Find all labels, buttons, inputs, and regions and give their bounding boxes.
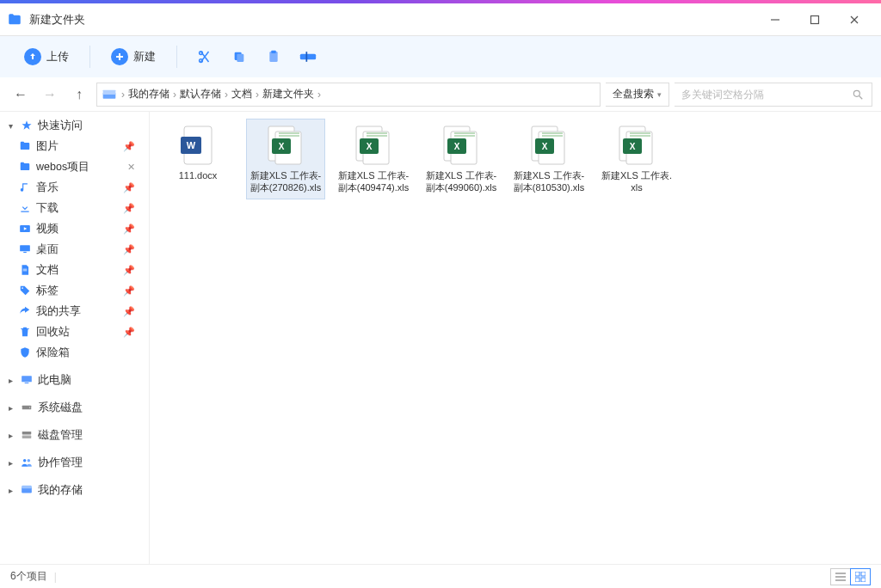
- document-icon: [17, 264, 33, 276]
- file-item[interactable]: W 111.docx: [158, 119, 237, 199]
- sidebar-group[interactable]: ▸ 系统磁盘: [0, 397, 149, 418]
- sidebar-item[interactable]: 下载 📌: [0, 198, 149, 218]
- svg-rect-20: [22, 376, 32, 382]
- file-name-label: 新建XLS 工作表-副本(409474).xls: [336, 169, 410, 193]
- chevron-right-icon: ›: [317, 89, 321, 101]
- sidebar-item-label: 系统磁盘: [38, 401, 149, 415]
- xls-icon: X: [265, 125, 306, 166]
- sidebar-item-label: 图片: [36, 139, 120, 154]
- chevron-right-icon: ▸: [5, 458, 15, 468]
- close-button[interactable]: [835, 7, 874, 33]
- svg-point-4: [200, 52, 203, 55]
- plus-icon: [111, 48, 128, 65]
- copy-icon: [232, 50, 246, 64]
- sidebar-item-label: 标签: [36, 284, 120, 298]
- file-item[interactable]: X 新建XLS 工作表-副本(499060).xls: [422, 119, 501, 199]
- svg-text:X: X: [367, 142, 373, 151]
- sidebar-item[interactable]: 音乐 📌: [0, 177, 149, 198]
- file-item[interactable]: X 新建XLS 工作表.xls: [597, 119, 676, 199]
- file-name-label: 新建XLS 工作表-副本(810530).xls: [512, 169, 586, 193]
- docx-icon: W: [177, 125, 219, 166]
- sidebar-item[interactable]: 文档 📌: [0, 260, 149, 280]
- new-label: 新建: [133, 49, 156, 64]
- sidebar-item[interactable]: 视频 📌: [0, 218, 149, 239]
- download-icon: [17, 202, 33, 214]
- sidebar-item[interactable]: 图片 📌: [0, 136, 149, 156]
- crumb-item[interactable]: 我的存储: [128, 87, 169, 101]
- navbar: ← → ↑ › 我的存储 › 默认存储 › 文档 › 新建文件夹 › 全盘搜索 …: [0, 77, 881, 112]
- tag-icon: [17, 285, 33, 297]
- svg-rect-29: [22, 486, 32, 489]
- star-icon: [19, 119, 34, 132]
- copy-button[interactable]: [224, 43, 255, 70]
- item-count-label: 6个项目: [10, 569, 47, 584]
- sidebar-quick-access[interactable]: ▾ 快速访问: [0, 115, 149, 136]
- svg-point-27: [28, 459, 30, 462]
- window-title: 新建文件夹: [29, 12, 85, 28]
- sidebar-item[interactable]: 桌面 📌: [0, 239, 149, 260]
- svg-rect-10: [300, 54, 316, 60]
- file-grid[interactable]: W 111.docxX 新建XLS 工作表-副本(270826).xlsX 新建…: [150, 112, 881, 564]
- svg-rect-68: [855, 578, 859, 582]
- svg-line-15: [859, 95, 863, 99]
- sidebar-group[interactable]: ▸ 此电脑: [0, 370, 149, 390]
- pin-icon: 📌: [123, 182, 135, 193]
- grid-view-button[interactable]: [850, 568, 871, 585]
- shield-icon: [17, 346, 33, 358]
- maximize-button[interactable]: [795, 7, 835, 33]
- sidebar-item-label: 我的存储: [38, 483, 149, 498]
- upload-icon: [24, 48, 41, 65]
- scissors-icon: [197, 49, 213, 64]
- search-button[interactable]: [844, 83, 872, 107]
- upload-label: 上传: [46, 49, 69, 64]
- chevron-right-icon: ▸: [5, 376, 15, 385]
- chevron-down-icon: ▾: [5, 121, 15, 131]
- file-item[interactable]: X 新建XLS 工作表-副本(270826).xls: [246, 119, 325, 199]
- titlebar: 新建文件夹: [0, 3, 881, 36]
- minimize-button[interactable]: [755, 7, 795, 33]
- file-item[interactable]: X 新建XLS 工作表-副本(810530).xls: [509, 119, 588, 199]
- search-scope-dropdown[interactable]: 全盘搜索 ▾: [606, 83, 669, 107]
- sidebar-group[interactable]: ▸ 协作管理: [0, 452, 149, 473]
- file-item[interactable]: X 新建XLS 工作表-副本(409474).xls: [334, 119, 413, 199]
- paste-icon: [267, 50, 280, 64]
- chevron-right-icon: ▸: [5, 486, 15, 495]
- up-button[interactable]: ↑: [67, 83, 91, 107]
- svg-rect-66: [855, 572, 859, 576]
- sidebar-item-label: 我的共享: [36, 304, 120, 319]
- paste-button[interactable]: [258, 43, 289, 70]
- upload-button[interactable]: 上传: [15, 43, 77, 70]
- sidebar-item[interactable]: 标签 📌: [0, 280, 149, 301]
- pin-icon: 📌: [123, 203, 135, 214]
- sidebar-group[interactable]: ▸ 我的存储: [0, 480, 149, 500]
- forward-button[interactable]: →: [38, 83, 62, 107]
- crumb-item[interactable]: 文档: [231, 87, 252, 101]
- sidebar-item[interactable]: 我的共享 📌: [0, 301, 149, 322]
- breadcrumb[interactable]: › 我的存储 › 默认存储 › 文档 › 新建文件夹 ›: [96, 83, 601, 107]
- file-name-label: 新建XLS 工作表-副本(499060).xls: [424, 169, 498, 193]
- crumb-item[interactable]: 默认存储: [180, 87, 221, 101]
- crumb-item[interactable]: 新建文件夹: [262, 87, 314, 101]
- svg-rect-21: [25, 383, 29, 383]
- sidebar-item[interactable]: 回收站 📌: [0, 322, 149, 342]
- svg-text:W: W: [187, 140, 196, 150]
- search-scope-label: 全盘搜索: [613, 87, 654, 101]
- search-input[interactable]: [675, 89, 844, 101]
- toolbar-divider: [176, 46, 177, 68]
- toolbar-divider: [89, 46, 90, 68]
- sidebar-item[interactable]: webos项目 ✕: [0, 156, 149, 177]
- chevron-right-icon: ›: [121, 89, 125, 101]
- new-button[interactable]: 新建: [102, 43, 164, 70]
- list-view-button[interactable]: [830, 568, 851, 585]
- svg-text:X: X: [454, 142, 460, 151]
- sidebar-group[interactable]: ▸ 磁盘管理: [0, 425, 149, 445]
- cut-button[interactable]: [189, 43, 220, 70]
- rename-button[interactable]: [293, 43, 323, 70]
- chevron-right-icon: ›: [173, 89, 176, 101]
- sidebar-item-label: 快速访问: [38, 119, 149, 133]
- sidebar-vault[interactable]: 保险箱: [0, 342, 149, 363]
- back-button[interactable]: ←: [9, 83, 33, 107]
- svg-rect-7: [237, 54, 243, 62]
- pin-icon: 📌: [123, 306, 135, 317]
- svg-text:X: X: [279, 142, 285, 151]
